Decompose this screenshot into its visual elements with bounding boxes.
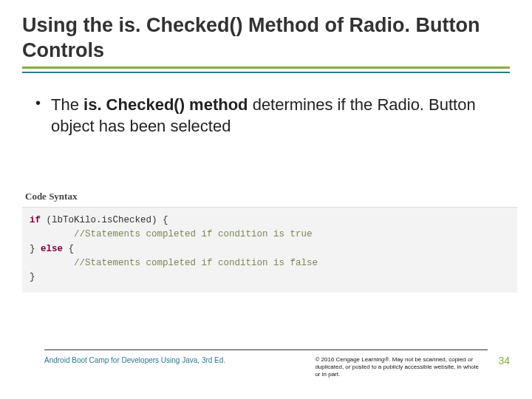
code-brace-close: } <box>30 272 35 282</box>
title-divider <box>22 72 510 73</box>
code-box: if (lbToKilo.isChecked) { //Statements c… <box>22 207 517 293</box>
code-label: Code Syntax <box>22 191 517 202</box>
bullet-marker: • <box>35 94 41 112</box>
code-comment-false: //Statements completed if condition is f… <box>30 258 318 268</box>
code-comment-true: //Statements completed if condition is t… <box>30 229 313 239</box>
bullet-text: The is. Checked() method determines if t… <box>51 94 510 137</box>
footer-divider <box>44 349 488 350</box>
slide-title: Using the is. Checked() Method of Radio.… <box>22 13 510 69</box>
code-brace-after-else: { <box>63 244 74 254</box>
footer-row: Android Boot Camp for Developers Using J… <box>22 356 510 378</box>
footer-copyright: © 2016 Cengage Learning®. May not be sca… <box>315 356 485 378</box>
keyword-else: else <box>41 244 63 254</box>
keyword-if: if <box>30 215 41 225</box>
footer-book: Android Boot Camp for Developers Using J… <box>44 356 315 364</box>
footer-page-number: 34 <box>498 355 510 366</box>
code-cond: (lbToKilo.isChecked) { <box>41 215 168 225</box>
code-section: Code Syntax if (lbToKilo.isChecked) { //… <box>22 191 517 293</box>
footer: Android Boot Camp for Developers Using J… <box>22 349 510 378</box>
code-brace-else-open: } <box>30 244 41 254</box>
bullet-bold: is. Checked() method <box>83 95 248 114</box>
bullet-item: • The is. Checked() method determines if… <box>22 94 510 137</box>
bullet-lead: The <box>51 95 83 114</box>
